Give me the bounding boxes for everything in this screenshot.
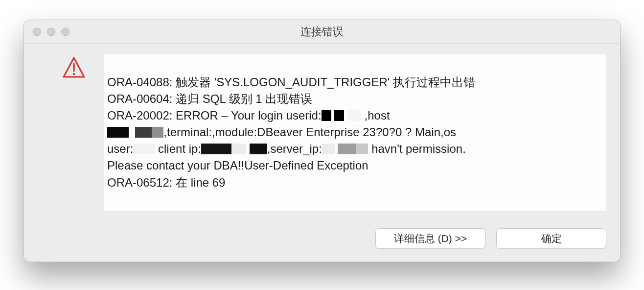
redacted-serverip	[356, 144, 368, 154]
redacted-userid	[322, 110, 331, 121]
error-line: ORA-00604: 递归 SQL 级别 1 出现错误	[107, 92, 312, 105]
window-title: 连接错误	[24, 24, 620, 39]
redacted-userid	[347, 110, 361, 121]
redacted-host	[152, 127, 163, 138]
error-line: ORA-06512: 在 line 69	[107, 176, 225, 189]
button-row: 详细信息 (D) >> 确定	[24, 228, 620, 262]
error-line-prefix: ORA-20002: ERROR – Your login userid:	[107, 109, 322, 122]
redacted-host	[107, 127, 129, 138]
redacted-serverip	[338, 144, 356, 154]
minimize-icon[interactable]	[47, 27, 55, 36]
zoom-icon[interactable]	[61, 27, 69, 36]
error-line-suffix: havn't permission.	[368, 142, 465, 155]
error-line-suffix: ,host	[365, 109, 390, 122]
server-ip-label: ,server_ip:	[267, 142, 322, 155]
error-line: ORA-04088: 触发器 'SYS.LOGON_AUDIT_TRIGGER'…	[107, 75, 475, 89]
redacted-serverip	[322, 144, 335, 154]
warning-icon	[62, 54, 86, 81]
details-button[interactable]: 详细信息 (D) >>	[375, 228, 485, 249]
redacted-host	[135, 127, 152, 138]
svg-point-1	[73, 73, 75, 75]
content-area: ORA-04088: 触发器 'SYS.LOGON_AUDIT_TRIGGER'…	[24, 44, 620, 220]
redacted-osuser	[133, 144, 155, 154]
os-user-label: user:	[107, 142, 133, 155]
redacted-clientip	[231, 144, 246, 154]
error-line: Please contact your DBA!!User-Defined Ex…	[107, 159, 368, 172]
client-ip-label: client ip:	[158, 142, 201, 155]
error-dialog: 连接错误 ORA-04088: 触发器 'SYS.LOGON_AUDIT_TRI…	[23, 20, 621, 262]
error-line-middle: ,terminal:,module:DBeaver Enterprise 23?…	[163, 125, 456, 139]
close-icon[interactable]	[33, 27, 41, 36]
titlebar: 连接错误	[24, 20, 620, 44]
redacted-clientip	[250, 144, 267, 154]
redacted-userid	[334, 110, 344, 121]
redacted-clientip	[201, 144, 231, 154]
ok-button[interactable]: 确定	[496, 228, 606, 249]
error-message: ORA-04088: 触发器 'SYS.LOGON_AUDIT_TRIGGER'…	[104, 54, 606, 211]
window-controls	[33, 27, 69, 36]
